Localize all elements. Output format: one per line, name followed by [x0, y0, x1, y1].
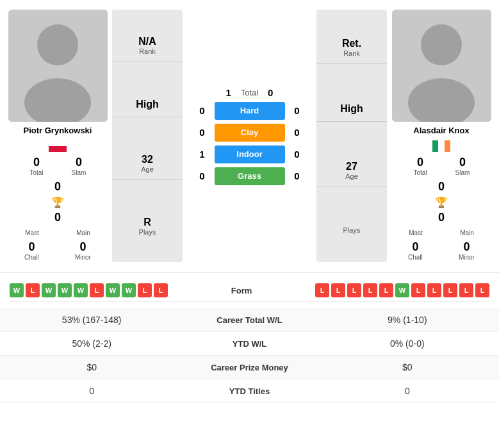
grass-right: 0 — [290, 170, 304, 181]
form-badge: L — [443, 283, 457, 297]
player2-total-val: 0 — [417, 156, 423, 169]
form-badge: W — [122, 283, 136, 297]
stats-right: 0 — [329, 386, 486, 396]
player1-form-badges: WLWWWLWWLL — [10, 283, 168, 297]
stats-right: 9% (1-10) — [329, 315, 486, 325]
center-scores: 1 Total 0 0 Hard 0 0 Clay 0 1 — [186, 10, 313, 262]
player1-plays-lbl: Plays — [139, 228, 156, 236]
stats-center: Career Prize Money — [170, 363, 328, 372]
form-badge: L — [347, 283, 361, 297]
player1-name: Piotr Grynkowski — [24, 126, 92, 135]
player1-slam-lbl: Slam — [72, 169, 86, 176]
stats-left: 53% (167-148) — [13, 315, 170, 325]
player1-chall-val: 0 — [28, 240, 35, 254]
form-badge: W — [74, 283, 88, 297]
player1-rank-lbl: Rank — [139, 47, 156, 55]
total-row: 1 Total 0 — [186, 87, 313, 98]
player1-high-val: High — [136, 99, 159, 110]
player2-plays-cell: Plays — [316, 220, 387, 240]
player2-age-val: 27 — [346, 161, 357, 172]
indoor-left: 1 — [195, 149, 209, 160]
player1-main-lbl: Main — [76, 229, 90, 236]
grass-left: 0 — [195, 170, 209, 181]
player2-chall-val: 0 — [412, 240, 418, 254]
form-badge: L — [459, 283, 473, 297]
player2-slam-lbl: Slam — [455, 169, 470, 176]
hard-btn: Hard — [215, 102, 285, 120]
stats-center: YTD W/L — [170, 339, 328, 349]
form-badge: L — [90, 283, 104, 297]
player2-form-badges: LLLLLWLLLLL — [315, 283, 489, 297]
form-badge: L — [26, 283, 40, 297]
player1-mast-val: 0 — [54, 180, 61, 194]
player1-chall-lbl: Chall — [24, 254, 39, 261]
player1-plays-val: R — [143, 217, 151, 228]
player1-high-cell: High — [112, 92, 183, 117]
clay-right: 0 — [290, 127, 304, 138]
form-badge: L — [315, 283, 329, 297]
grass-row: 0 Grass 0 — [186, 167, 313, 185]
stats-left: 0 — [13, 386, 170, 396]
player1-trophy-icon: 🏆 — [51, 196, 64, 208]
player2-name: Alasdair Knox — [413, 126, 469, 135]
clay-row: 0 Clay 0 — [186, 124, 313, 142]
player1-total-lbl: Total — [29, 169, 43, 176]
form-badge: L — [427, 283, 441, 297]
player2-age-lbl: Age — [345, 172, 358, 180]
player1-age-lbl: Age — [141, 165, 154, 173]
player2-rank-cell: Ret. Rank — [316, 31, 387, 64]
stats-table: 53% (167-148) Career Total W/L 9% (1-10)… — [0, 308, 499, 403]
clay-left: 0 — [195, 127, 209, 138]
player2-high-val: High — [340, 103, 363, 115]
grass-btn: Grass — [215, 167, 285, 185]
player1-stats: 0 Total 0 Slam 0 🏆 0 Mast Ma — [6, 154, 109, 262]
player1-avatar — [8, 10, 108, 122]
form-badge: W — [42, 283, 56, 297]
stats-right: $0 — [329, 362, 486, 372]
player2-rank-val: Ret. — [342, 38, 361, 49]
player1-minor-val: 0 — [79, 240, 86, 254]
stats-right: 0% (0-0) — [329, 338, 486, 349]
player2-age-cell: 27 Age — [316, 154, 387, 187]
player1-slam-val: 0 — [76, 156, 82, 169]
form-badge: L — [379, 283, 393, 297]
indoor-right: 0 — [290, 149, 304, 160]
player2-avatar — [392, 10, 491, 122]
player2-high-cell: High — [316, 97, 387, 122]
player1-total-val: 0 — [33, 156, 40, 169]
form-badge: L — [138, 283, 152, 297]
stats-row: 53% (167-148) Career Total W/L 9% (1-10) — [0, 308, 499, 332]
player2-mast-val: 0 — [438, 180, 445, 194]
player1-minor-lbl: Minor — [75, 254, 91, 261]
player2-main-lbl: Main — [460, 229, 474, 236]
stats-row: 50% (2-2) YTD W/L 0% (0-0) — [0, 332, 499, 356]
stats-center: Career Total W/L — [170, 315, 328, 325]
indoor-btn: Indoor — [215, 145, 285, 163]
player1-age-cell: 32 Age — [112, 147, 183, 180]
player1-age-val: 32 — [142, 154, 153, 165]
form-badge: L — [363, 283, 377, 297]
player2-main-val: 0 — [438, 211, 445, 224]
form-badge: W — [58, 283, 72, 297]
player1-rank-cell: N/A Rank — [112, 29, 183, 62]
player2-minor-val: 0 — [463, 240, 470, 254]
total-right: 0 — [263, 87, 277, 98]
svg-point-4 — [421, 24, 462, 65]
hard-left: 0 — [195, 105, 209, 116]
hard-right: 0 — [290, 105, 304, 116]
player1-main-val: 0 — [54, 211, 61, 224]
player2-info: Ret. Rank High 27 Age Plays — [316, 10, 387, 262]
stats-left: $0 — [13, 362, 170, 372]
form-badge: L — [411, 283, 425, 297]
stats-center: YTD Titles — [170, 386, 328, 396]
player2-minor-lbl: Minor — [459, 254, 475, 261]
player1-info: N/A Rank High 32 Age R Plays — [112, 10, 183, 262]
form-label: Form — [168, 286, 315, 295]
player2-card: Alasdair Knox 0 Total 0 Slam 0 🏆 0 — [390, 10, 493, 262]
total-label: Total — [241, 88, 258, 97]
player1-flag — [49, 140, 67, 152]
player2-chall-lbl: Chall — [408, 254, 423, 261]
player2-rank-lbl: Rank — [343, 49, 360, 57]
player1-rank-val: N/A — [138, 36, 156, 47]
player1-plays-cell: R Plays — [112, 210, 183, 242]
